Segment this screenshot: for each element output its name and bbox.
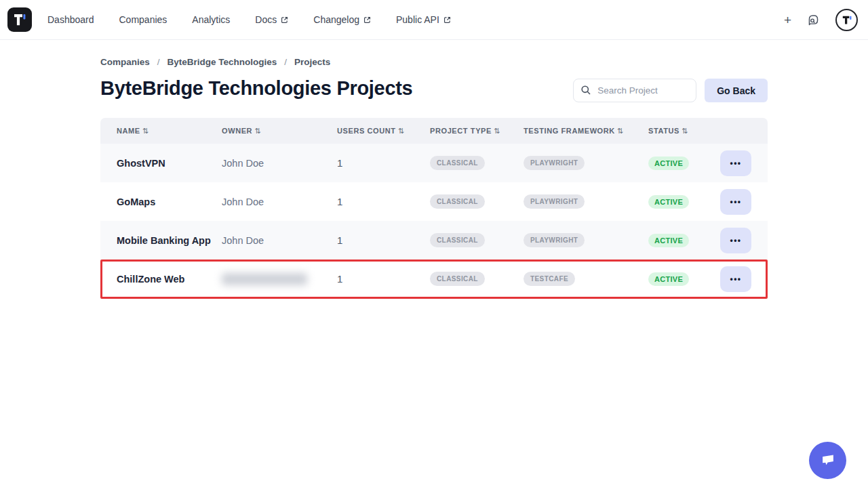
project-type-cell: CLASSICAL bbox=[430, 233, 524, 247]
table-header-row: Name⇅ Owner⇅ Users Count⇅ Project Type⇅ … bbox=[100, 118, 768, 144]
project-type-badge: CLASSICAL bbox=[430, 233, 485, 247]
avatar-logo-icon bbox=[840, 14, 853, 26]
project-name[interactable]: Mobile Banking App bbox=[117, 235, 222, 246]
column-header-users-count[interactable]: Users Count⇅ bbox=[337, 127, 430, 136]
table-body: GhostVPN John Doe 1 CLASSICAL PLAYWRIGHT… bbox=[100, 144, 768, 298]
column-header-project-type[interactable]: Project Type⇅ bbox=[430, 127, 524, 136]
breadcrumb-item-projects[interactable]: Projects bbox=[294, 57, 330, 67]
nav-item-docs[interactable]: Docs bbox=[255, 14, 288, 25]
nav-item-changelog[interactable]: Changelog bbox=[313, 14, 371, 25]
sort-icon: ⇅ bbox=[494, 127, 500, 135]
status-badge: ACTIVE bbox=[648, 272, 689, 286]
testing-framework-badge: PLAYWRIGHT bbox=[524, 233, 585, 247]
go-back-button[interactable]: Go Back bbox=[705, 79, 768, 102]
nav-item-dashboard[interactable]: Dashboard bbox=[47, 14, 94, 25]
status-cell: ACTIVE bbox=[648, 157, 720, 170]
redacted-owner-blur bbox=[222, 273, 307, 285]
column-header-status[interactable]: Status⇅ bbox=[648, 127, 720, 136]
testing-framework-cell: PLAYWRIGHT bbox=[524, 194, 648, 209]
breadcrumb-separator: / bbox=[284, 57, 287, 67]
testing-framework-badge: TESTCAFE bbox=[524, 272, 575, 286]
actions-cell: ••• bbox=[720, 150, 751, 176]
nav-label: Dashboard bbox=[47, 14, 94, 25]
nav-item-analytics[interactable]: Analytics bbox=[192, 14, 230, 25]
title-actions: Go Back bbox=[573, 79, 768, 102]
external-link-icon bbox=[443, 16, 451, 24]
project-type-badge: CLASSICAL bbox=[430, 194, 485, 209]
project-type-badge: CLASSICAL bbox=[430, 272, 485, 286]
project-name[interactable]: GhostVPN bbox=[117, 158, 222, 169]
nav-label: Docs bbox=[255, 14, 277, 25]
sort-icon: ⇅ bbox=[398, 127, 405, 135]
sort-icon: ⇅ bbox=[617, 127, 624, 135]
status-badge: ACTIVE bbox=[648, 195, 689, 209]
table-row[interactable]: ChillZone Web 1 CLASSICAL TESTCAFE ACTIV… bbox=[100, 260, 768, 298]
app-logo[interactable] bbox=[7, 7, 33, 33]
topbar-actions: + bbox=[784, 9, 858, 31]
row-actions-button[interactable]: ••• bbox=[720, 189, 751, 215]
breadcrumb-item-companies[interactable]: Companies bbox=[100, 57, 150, 67]
table-row[interactable]: GhostVPN John Doe 1 CLASSICAL PLAYWRIGHT… bbox=[100, 144, 768, 182]
external-link-icon bbox=[363, 16, 371, 24]
page-title: ByteBridge Technologies Projects bbox=[100, 77, 412, 100]
users-count: 1 bbox=[337, 196, 430, 207]
nav-label: Public API bbox=[396, 14, 439, 25]
user-avatar[interactable] bbox=[835, 9, 858, 31]
project-type-cell: CLASSICAL bbox=[430, 272, 524, 286]
main-content: Companies / ByteBridge Technologies / Pr… bbox=[100, 57, 768, 298]
status-cell: ACTIVE bbox=[648, 195, 720, 209]
status-badge: ACTIVE bbox=[648, 157, 689, 170]
nav-label: Companies bbox=[119, 14, 167, 25]
table-row[interactable]: Mobile Banking App John Doe 1 CLASSICAL … bbox=[100, 221, 768, 260]
column-header-name[interactable]: Name⇅ bbox=[117, 127, 222, 136]
project-type-cell: CLASSICAL bbox=[430, 156, 524, 170]
nav-item-public-api[interactable]: Public API bbox=[396, 14, 451, 25]
actions-cell: ••• bbox=[720, 189, 751, 215]
search-project-input[interactable] bbox=[573, 79, 696, 102]
project-owner: John Doe bbox=[222, 235, 337, 246]
sort-icon: ⇅ bbox=[142, 127, 149, 135]
sort-icon: ⇅ bbox=[682, 127, 688, 135]
column-header-testing-framework[interactable]: Testing Framework⇅ bbox=[524, 127, 648, 136]
breadcrumb-separator: / bbox=[157, 57, 160, 67]
breadcrumb-item-company[interactable]: ByteBridge Technologies bbox=[167, 57, 277, 67]
top-navigation-bar: Dashboard Companies Analytics Docs Chang… bbox=[0, 0, 868, 40]
status-cell: ACTIVE bbox=[648, 272, 720, 286]
testing-framework-cell: TESTCAFE bbox=[524, 272, 648, 286]
title-row: ByteBridge Technologies Projects Go Back bbox=[100, 77, 768, 102]
testing-framework-badge: PLAYWRIGHT bbox=[524, 194, 585, 209]
project-type-cell: CLASSICAL bbox=[430, 194, 524, 209]
users-count: 1 bbox=[337, 234, 430, 246]
nav-label: Analytics bbox=[192, 14, 230, 25]
column-header-owner[interactable]: Owner⇅ bbox=[222, 127, 337, 136]
chat-widget-button[interactable] bbox=[809, 442, 846, 479]
projects-table: Name⇅ Owner⇅ Users Count⇅ Project Type⇅ … bbox=[100, 118, 768, 298]
row-actions-button[interactable]: ••• bbox=[720, 266, 751, 292]
table-row[interactable]: GoMaps John Doe 1 CLASSICAL PLAYWRIGHT A… bbox=[100, 182, 768, 221]
row-actions-button[interactable]: ••• bbox=[720, 228, 751, 253]
project-name[interactable]: GoMaps bbox=[117, 196, 222, 207]
project-owner bbox=[222, 273, 337, 285]
main-nav: Dashboard Companies Analytics Docs Chang… bbox=[47, 14, 784, 25]
project-owner: John Doe bbox=[222, 196, 337, 207]
search-docs-icon[interactable] bbox=[807, 14, 820, 26]
nav-item-companies[interactable]: Companies bbox=[119, 14, 167, 25]
users-count: 1 bbox=[337, 157, 430, 169]
status-cell: ACTIVE bbox=[648, 234, 720, 247]
testing-framework-cell: PLAYWRIGHT bbox=[524, 233, 648, 247]
testing-framework-badge: PLAYWRIGHT bbox=[524, 156, 585, 170]
row-actions-button[interactable]: ••• bbox=[720, 150, 751, 176]
external-link-icon bbox=[281, 16, 288, 24]
add-button[interactable]: + bbox=[784, 14, 791, 26]
project-name[interactable]: ChillZone Web bbox=[117, 274, 222, 285]
testing-framework-cell: PLAYWRIGHT bbox=[524, 156, 648, 170]
breadcrumb: Companies / ByteBridge Technologies / Pr… bbox=[100, 57, 768, 67]
sort-icon: ⇅ bbox=[254, 127, 261, 135]
search-icon bbox=[580, 85, 591, 98]
nav-label: Changelog bbox=[313, 14, 359, 25]
logo-icon bbox=[7, 7, 33, 33]
actions-cell: ••• bbox=[720, 228, 751, 253]
project-owner: John Doe bbox=[222, 158, 337, 169]
chat-bubble-icon bbox=[818, 450, 837, 471]
status-badge: ACTIVE bbox=[648, 234, 689, 247]
